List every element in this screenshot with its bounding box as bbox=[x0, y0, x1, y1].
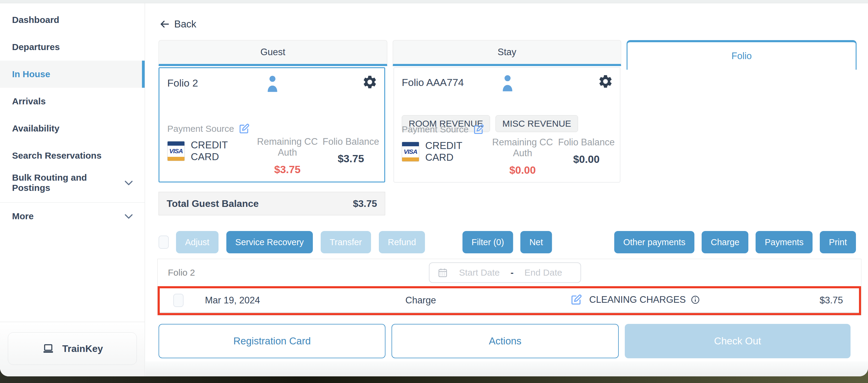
refund-button[interactable]: Refund bbox=[379, 231, 425, 253]
remaining-cc-auth-value: $0.00 bbox=[488, 164, 557, 176]
payment-source-block: Payment Source VISA CREDIT CARD bbox=[167, 123, 253, 176]
guest-person-icon[interactable] bbox=[501, 73, 514, 94]
sidebar-item-search-reservations[interactable]: Search Reservations bbox=[0, 142, 145, 169]
visa-card-logo: VISA bbox=[402, 142, 419, 161]
tab-guest[interactable]: Guest bbox=[158, 40, 387, 66]
sidebar-item-label: Availability bbox=[12, 123, 59, 134]
tab-label: Stay bbox=[498, 47, 516, 58]
remaining-cc-auth-block: Remaining CC Auth $0.00 bbox=[488, 124, 557, 176]
other-payments-button[interactable]: Other payments bbox=[614, 231, 694, 253]
chevron-down-icon bbox=[123, 177, 134, 188]
total-guest-balance-label: Total Guest Balance bbox=[167, 198, 258, 209]
gear-icon[interactable] bbox=[598, 73, 613, 90]
total-guest-balance-bar: Total Guest Balance $3.75 bbox=[158, 192, 385, 215]
sidebar-item-label: In House bbox=[12, 69, 50, 79]
chevron-down-icon bbox=[123, 210, 134, 222]
charge-button[interactable]: Charge bbox=[702, 231, 748, 253]
tab-label: Guest bbox=[260, 47, 285, 58]
sidebar-item-label: Dashboard bbox=[12, 15, 59, 25]
payment-source-block: Payment Source VISA CREDIT CARD bbox=[402, 124, 488, 176]
footer-action-buttons: Registration Card Actions Check Out bbox=[158, 324, 850, 358]
sidebar-item-dashboard[interactable]: Dashboard bbox=[0, 6, 145, 33]
payment-source-label: Payment Source bbox=[167, 124, 234, 134]
transfer-button[interactable]: Transfer bbox=[321, 231, 371, 253]
start-date-placeholder: Start Date bbox=[459, 267, 500, 278]
edit-icon[interactable] bbox=[570, 294, 582, 307]
adjust-button[interactable]: Adjust bbox=[176, 231, 218, 253]
actions-button[interactable]: Actions bbox=[392, 324, 618, 358]
folio-balance-block: Folio Balance $3.75 bbox=[321, 123, 380, 176]
info-icon[interactable] bbox=[690, 295, 700, 304]
folio-card-folio-aaa774[interactable]: Folio AAA774 ROOM REVENUE MISC REVENUE bbox=[394, 67, 620, 182]
sidebar-item-label: Departures bbox=[12, 42, 60, 52]
sidebar: Dashboard Departures In House Arrivals A… bbox=[0, 3, 145, 376]
folio-balance-label: Folio Balance bbox=[321, 136, 380, 147]
sidebar-item-in-house[interactable]: In House bbox=[0, 61, 145, 88]
visa-brand-text: VISA bbox=[167, 146, 184, 157]
remaining-cc-auth-value: $3.75 bbox=[253, 164, 322, 176]
sidebar-item-label: More bbox=[12, 211, 34, 222]
check-out-button[interactable]: Check Out bbox=[625, 324, 850, 358]
sidebar-item-departures[interactable]: Departures bbox=[0, 33, 145, 61]
net-button[interactable]: Net bbox=[520, 231, 552, 253]
registration-card-button[interactable]: Registration Card bbox=[158, 324, 385, 358]
back-button[interactable]: Back bbox=[159, 19, 196, 30]
arrow-left-icon bbox=[159, 19, 170, 30]
service-recovery-button[interactable]: Service Recovery bbox=[226, 231, 313, 253]
sidebar-item-availability[interactable]: Availability bbox=[0, 115, 145, 142]
visa-card-logo: VISA bbox=[167, 141, 185, 161]
print-button[interactable]: Print bbox=[820, 231, 856, 253]
app-window: Dashboard Departures In House Arrivals A… bbox=[0, 0, 868, 376]
folio-card-footer: Payment Source VISA CREDIT CARD bbox=[167, 123, 380, 176]
date-range-picker[interactable]: Start Date - End Date bbox=[429, 262, 581, 283]
transaction-description: CLEANING CHARGES bbox=[589, 294, 686, 305]
row-select-checkbox[interactable] bbox=[173, 294, 184, 307]
trainkey-button[interactable]: TrainKey bbox=[8, 332, 137, 365]
folio-card-folio-2[interactable]: Folio 2 Payment Source bbox=[158, 67, 385, 182]
sidebar-item-arrivals[interactable]: Arrivals bbox=[0, 88, 145, 115]
toolbar-left-group: Adjust Service Recovery Transfer Refund bbox=[176, 231, 425, 253]
end-date-placeholder: End Date bbox=[524, 267, 562, 278]
remaining-cc-auth-block: Remaining CC Auth $3.75 bbox=[253, 123, 322, 176]
calendar-icon bbox=[437, 267, 448, 278]
transaction-amount: $3.75 bbox=[819, 295, 843, 306]
window-top-strip bbox=[0, 0, 868, 3]
edit-icon[interactable] bbox=[473, 124, 484, 135]
folio-title: Folio 2 bbox=[167, 77, 198, 89]
folio-balance-value: $0.00 bbox=[557, 153, 616, 165]
visa-brand-text: VISA bbox=[402, 146, 419, 157]
payments-button[interactable]: Payments bbox=[755, 231, 812, 253]
transaction-type: Charge bbox=[405, 295, 436, 306]
date-range-separator: - bbox=[510, 267, 514, 278]
folio-card-footer: Payment Source VISA CREDIT CARD bbox=[402, 124, 616, 176]
filter-button[interactable]: Filter (0) bbox=[462, 231, 513, 253]
folio-title: Folio AAA774 bbox=[402, 77, 464, 88]
laptop-icon bbox=[41, 342, 55, 355]
folio-balance-block: Folio Balance $0.00 bbox=[557, 124, 616, 176]
payment-card-type: CREDIT CARD bbox=[191, 139, 245, 163]
transactions-table-header: Folio 2 Start Date - End Date bbox=[158, 259, 861, 286]
folio-cards-row: Folio 2 Payment Source bbox=[158, 67, 620, 182]
tab-folio[interactable]: Folio bbox=[627, 40, 857, 70]
tab-label: Folio bbox=[732, 51, 752, 61]
transactions-toolbar: Adjust Service Recovery Transfer Refund … bbox=[158, 231, 856, 253]
sidebar-item-bulk-routing-and-postings[interactable]: Bulk Routing and Postings bbox=[0, 169, 145, 196]
sidebar-item-label: Search Reservations bbox=[12, 150, 101, 161]
sidebar-item-label: Arrivals bbox=[12, 96, 46, 107]
folio-card-header: Folio AAA774 bbox=[402, 73, 613, 93]
sidebar-item-more[interactable]: More bbox=[0, 202, 145, 230]
edit-icon[interactable] bbox=[239, 123, 250, 135]
back-label: Back bbox=[174, 19, 196, 30]
gear-icon[interactable] bbox=[362, 74, 378, 91]
folio-balance-value: $3.75 bbox=[321, 153, 380, 165]
folio-section-label: Folio 2 bbox=[168, 267, 195, 278]
tab-bar: Guest Stay Folio bbox=[158, 40, 857, 70]
transaction-row-highlighted[interactable]: Mar 19, 2024 Charge CLEANING CHARGES $3.… bbox=[158, 286, 861, 315]
transaction-date: Mar 19, 2024 bbox=[205, 295, 260, 306]
toolbar-center-group: Filter (0) Net bbox=[462, 231, 552, 253]
transactions-table: Folio 2 Start Date - End Date Mar 19, 20… bbox=[157, 259, 861, 316]
guest-person-icon[interactable] bbox=[267, 74, 278, 95]
tab-stay[interactable]: Stay bbox=[393, 40, 621, 66]
select-all-checkbox[interactable] bbox=[158, 236, 169, 249]
sidebar-bottom-panel: TrainKey bbox=[0, 322, 145, 376]
